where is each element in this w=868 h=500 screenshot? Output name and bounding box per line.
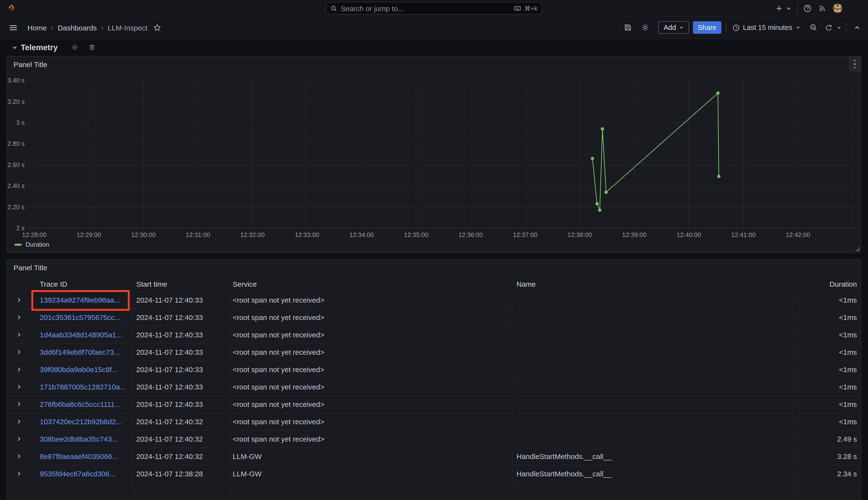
row-expander-chevron-icon[interactable] (7, 413, 31, 430)
trace-id-link[interactable]: 9535fd4ec67a6cd306... (40, 469, 116, 478)
row-collapse-chevron-icon[interactable] (12, 45, 17, 50)
breadcrumb-dashboards[interactable]: Dashboards (58, 23, 97, 32)
y-axis-tick-label: 2.40 s (8, 182, 25, 190)
trace-id-cell: 1d4aab3348d148905a1... (31, 326, 133, 343)
data-point[interactable] (717, 175, 720, 178)
row-expander-chevron-icon[interactable] (7, 465, 31, 482)
collapse-toolbar-chevron-up-icon[interactable] (851, 21, 860, 34)
legend-item-duration[interactable]: Duration (14, 241, 49, 248)
row-expander-chevron-icon[interactable] (7, 344, 31, 361)
row-expander-chevron-icon[interactable] (7, 378, 31, 395)
name-cell (513, 431, 799, 447)
row-telemetry[interactable]: Telemetry (12, 41, 95, 54)
start-time-cell: 2024-11-07 12:40:33 (133, 326, 230, 343)
row-delete-trash-icon[interactable] (89, 44, 95, 51)
breadcrumb: Home › Dashboards › LLM-Inspect (27, 23, 148, 32)
trace-id-link[interactable]: 308bee2db8ba35c743... (40, 435, 118, 443)
time-range-picker[interactable]: Last 15 minutes (730, 24, 802, 31)
divider (726, 23, 726, 32)
keyboard-icon (513, 5, 521, 12)
data-point[interactable] (716, 91, 720, 95)
duration-cell: <1ms (799, 309, 861, 326)
time-range-label: Last 15 minutes (743, 24, 792, 31)
column-header-trace-id[interactable]: Trace ID (31, 280, 133, 288)
service-cell: <root span not yet received> (230, 396, 513, 413)
column-header-service[interactable]: Service (230, 280, 513, 288)
name-cell: HandleStartMethods.__call__ (513, 465, 799, 482)
refresh-icon[interactable] (822, 21, 836, 34)
trace-id-link[interactable]: 8e87f8aeaaef4035066... (40, 452, 118, 461)
add-button[interactable]: Add (658, 21, 689, 34)
x-axis-tick-label: 12:31:00 (186, 231, 210, 238)
add-new-icon[interactable] (772, 2, 786, 14)
x-axis-tick-label: 12:42:00 (786, 231, 810, 238)
news-rss-icon[interactable] (818, 4, 826, 12)
trace-id-link[interactable]: 201c35361c5795675cc... (40, 313, 120, 321)
empty-cell (513, 482, 799, 500)
row-expander-chevron-icon[interactable] (7, 292, 31, 308)
y-axis-tick-label: 2.60 s (8, 161, 25, 168)
trace-id-link[interactable]: 171b7887005c1282710a... (40, 383, 126, 391)
start-time-cell: 2024-11-07 12:40:32 (133, 431, 230, 447)
trace-id-link[interactable]: 139234a9274f9eb98aa... (40, 296, 120, 304)
refresh-interval-chevron-icon[interactable] (837, 25, 842, 30)
service-cell: <root span not yet received> (230, 309, 513, 326)
start-time-cell: 2024-11-07 12:40:33 (133, 378, 230, 395)
row-expander-chevron-icon[interactable] (7, 396, 31, 413)
name-cell: HandleStartMethods.__call__ (513, 448, 799, 465)
empty-cell (7, 482, 31, 500)
zoom-out-time-icon[interactable] (806, 21, 821, 34)
data-point[interactable] (605, 190, 608, 194)
trace-id-link[interactable]: 3dd6f149eb8f70faec73... (40, 348, 120, 356)
breadcrumb-home[interactable]: Home (27, 23, 47, 32)
service-cell: <root span not yet received> (230, 326, 513, 343)
row-expander-chevron-icon[interactable] (7, 448, 31, 465)
x-axis-tick-label: 12:39:00 (622, 231, 646, 238)
panel-resize-handle[interactable] (855, 247, 859, 251)
row-expander-chevron-icon[interactable] (7, 326, 31, 343)
panel-title[interactable]: Panel Title (13, 263, 47, 272)
duration-cell: <1ms (799, 344, 861, 361)
table-row: 201c35361c5795675cc...2024-11-07 12:40:3… (7, 308, 861, 326)
grafana-logo-icon[interactable] (6, 4, 15, 13)
row-expander-chevron-icon[interactable] (7, 431, 31, 447)
name-cell (513, 378, 799, 395)
save-dashboard-icon[interactable] (621, 21, 635, 34)
row-title[interactable]: Telemetry (21, 43, 58, 52)
trace-id-link[interactable]: 276fb6ba8c6c5ccc1111... (40, 400, 120, 408)
share-button[interactable]: Share (693, 21, 721, 34)
trace-id-cell: 9535fd4ec67a6cd306... (31, 465, 133, 482)
x-axis-tick-label: 12:40:00 (677, 231, 701, 238)
start-time-cell: 2024-11-07 12:38:28 (133, 465, 230, 482)
trace-id-link[interactable]: 39f080bda9ab0e15c8f... (40, 365, 118, 374)
data-point[interactable] (601, 127, 604, 130)
row-expander-chevron-icon[interactable] (7, 361, 31, 378)
service-cell: <root span not yet received> (230, 292, 513, 308)
data-point[interactable] (591, 157, 594, 160)
column-header-start-time[interactable]: Start time (133, 280, 230, 288)
chevron-down-icon[interactable] (786, 5, 791, 11)
column-header-name[interactable]: Name (513, 280, 799, 288)
favorite-star-icon[interactable] (153, 24, 161, 31)
row-expander-chevron-icon[interactable] (7, 309, 31, 326)
row-settings-gear-icon[interactable] (71, 44, 78, 51)
data-point[interactable] (595, 202, 599, 206)
service-cell: <root span not yet received> (230, 344, 513, 361)
dashboard-settings-icon[interactable] (638, 21, 653, 34)
column-header-duration[interactable]: Duration (799, 280, 861, 288)
trace-id-link[interactable]: 1d4aab3348d148905a1... (40, 331, 122, 339)
search-input[interactable]: Search or jump to... ⌘+k (326, 2, 542, 14)
timeseries-svg: 3.40 s3.20 s3 s2.80 s2.60 s2.40 s2.20 s2… (7, 56, 861, 253)
help-icon[interactable] (804, 4, 812, 12)
topbar-right-actions (772, 0, 868, 16)
start-time-cell: 2024-11-07 12:40:33 (133, 396, 230, 413)
trace-id-link[interactable]: 1037420ec212b92b8d2... (40, 418, 122, 426)
series-line (593, 93, 719, 210)
start-time-cell: 2024-11-07 12:40:33 (133, 292, 230, 308)
breadcrumb-separator: › (51, 24, 53, 31)
mega-menu-icon[interactable] (9, 23, 17, 32)
data-point[interactable] (598, 208, 601, 212)
chevron-down-icon (679, 25, 684, 30)
service-cell: <root span not yet received> (230, 361, 513, 378)
user-avatar[interactable] (833, 3, 843, 13)
